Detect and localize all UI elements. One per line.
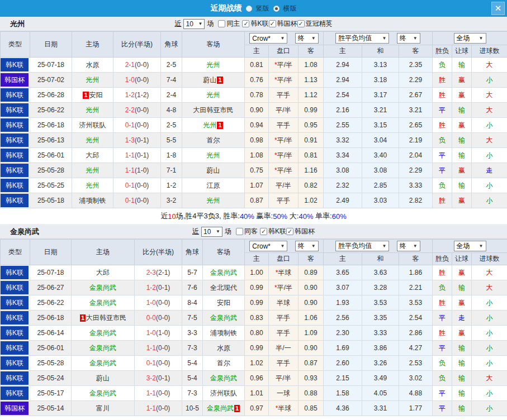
fulltime-score: 0-1 bbox=[125, 182, 135, 189]
avg-final-select[interactable]: 终▼ bbox=[397, 33, 420, 44]
summary-segment: 赢率: bbox=[254, 211, 273, 221]
away-team-cell: 金泉尚武 bbox=[203, 311, 245, 326]
chevron-down-icon: ▼ bbox=[479, 244, 484, 249]
team-label: 金泉尚武 bbox=[210, 314, 237, 322]
match-count-select[interactable]: 10 ▼ bbox=[183, 19, 205, 29]
column-header-score: 比分(半场) bbox=[135, 240, 182, 265]
red-badge: 1 bbox=[217, 122, 222, 129]
summary-segment: 60% bbox=[332, 212, 347, 221]
chevron-down-icon: ▼ bbox=[382, 36, 386, 41]
avg-draw-cell: 3.49 bbox=[362, 371, 399, 386]
same-side-label: 同客 bbox=[244, 227, 258, 236]
goals-result-cell: 小 bbox=[472, 311, 507, 326]
avg-away-cell: 2.54 bbox=[399, 311, 433, 326]
wdl-result-cell: 负 bbox=[433, 133, 452, 148]
team-name: 金泉尚武 bbox=[10, 227, 39, 237]
checkbox-icon[interactable] bbox=[242, 20, 249, 27]
same-side-checkbox[interactable]: 同主 bbox=[218, 19, 240, 28]
company-final-select[interactable]: 终▼ bbox=[295, 241, 319, 251]
goals-result-cell: 大 bbox=[472, 371, 507, 386]
away-team-cell: 光州 bbox=[182, 148, 245, 163]
league-checkbox[interactable]: 韩K联 bbox=[260, 227, 286, 236]
league-checkbox[interactable]: 亚冠精英 bbox=[297, 19, 333, 28]
radio-horizontal-label[interactable]: 横版 bbox=[283, 4, 297, 13]
avg-home-cell: 2.55 bbox=[324, 118, 362, 133]
result-label: 负 bbox=[439, 136, 446, 144]
subcol-odds-away: 客 bbox=[298, 45, 324, 58]
odds-away-cell: 0.89 bbox=[298, 265, 324, 280]
team-label: 全北现代 bbox=[210, 284, 237, 292]
near-link[interactable]: 近 bbox=[192, 227, 199, 236]
score-cell: 1-2(1-2) bbox=[113, 88, 161, 103]
radio-vertical-label[interactable]: 竖版 bbox=[256, 4, 269, 13]
match-row: 韩K联25-06-13光州1-3(0-1)5-5首尔0.98*平/半0.913.… bbox=[1, 133, 507, 148]
result-label: 小 bbox=[486, 182, 493, 189]
result-label: 胜 bbox=[439, 197, 446, 204]
matches-table-gwangju: 类型 日期 主场 比分(半场) 角球 客场 Crow*▼ 终▼ 胜平负均值▼ 终… bbox=[0, 31, 507, 208]
checkbox-icon[interactable] bbox=[286, 228, 293, 235]
goals-result-cell: 大 bbox=[472, 103, 507, 118]
checkbox-icon[interactable] bbox=[297, 20, 305, 27]
corner-cell: 7-3 bbox=[182, 341, 203, 356]
handicap-result-cell: 赢 bbox=[452, 265, 472, 280]
checkbox-icon[interactable] bbox=[236, 228, 243, 235]
avg-away-cell: 1.86 bbox=[399, 265, 433, 280]
near-link[interactable]: 近 bbox=[174, 19, 181, 28]
radio-vertical-layout[interactable] bbox=[246, 6, 252, 12]
column-header-date: 日期 bbox=[30, 32, 72, 58]
wdl-result-cell: 平 bbox=[433, 163, 452, 178]
league-checkbox[interactable]: 韩国杯 bbox=[269, 19, 297, 28]
same-side-label: 同主 bbox=[226, 19, 240, 28]
corner-cell: 10-5 bbox=[182, 401, 203, 416]
scope-select[interactable]: 全场▼ bbox=[454, 33, 486, 44]
handicap-cell: 平手 bbox=[269, 193, 298, 208]
league-checkbox[interactable]: 韩国杯 bbox=[286, 227, 315, 236]
handicap-result-cell: 输 bbox=[452, 401, 472, 416]
avg-away-cell: 3.33 bbox=[399, 178, 433, 193]
result-label: 小 bbox=[486, 314, 493, 322]
result-label: 赢 bbox=[458, 299, 465, 307]
subcol-wdl: 胜负 bbox=[433, 253, 452, 265]
odds-home-cell: 0.98 bbox=[245, 133, 269, 148]
checkbox-icon[interactable] bbox=[218, 20, 225, 27]
red-badge: 1 bbox=[217, 77, 222, 84]
column-header-score: 比分(半场) bbox=[113, 32, 161, 58]
wdl-result-cell: 胜 bbox=[433, 73, 452, 88]
team-label: 蔚山 bbox=[96, 374, 110, 382]
summary-segment: 40% bbox=[298, 212, 313, 221]
avg-home-cell: 2.94 bbox=[324, 58, 362, 73]
home-team-cell: 金泉尚武 bbox=[72, 386, 135, 401]
match-date: 25-06-22 bbox=[30, 295, 72, 311]
checkbox-icon[interactable] bbox=[260, 228, 267, 235]
scope-select[interactable]: 全场▼ bbox=[454, 241, 486, 251]
avg-away-cell: 2.53 bbox=[399, 356, 433, 371]
score-cell: 0-1(0-0) bbox=[113, 193, 161, 208]
halftime-score: (0-0) bbox=[135, 121, 149, 129]
avg-away-cell: 2.67 bbox=[399, 88, 433, 103]
team-label: 大田韩亚市民 bbox=[86, 314, 126, 322]
avg-select[interactable]: 胜平负均值▼ bbox=[335, 241, 389, 251]
avg-select[interactable]: 胜平负均值▼ bbox=[335, 33, 389, 44]
same-side-checkbox[interactable]: 同客 bbox=[236, 227, 258, 236]
avg-final-select[interactable]: 终▼ bbox=[397, 241, 420, 251]
company-select[interactable]: Crow*▼ bbox=[249, 33, 287, 44]
match-count-select[interactable]: 10 ▼ bbox=[201, 227, 222, 237]
handicap-cell: 平手 bbox=[269, 88, 298, 103]
avg-home-cell: 3.08 bbox=[324, 163, 362, 178]
avg-draw-cell: 3.17 bbox=[362, 88, 399, 103]
match-date: 25-06-01 bbox=[30, 148, 72, 163]
league-checkbox[interactable]: 韩K联 bbox=[242, 19, 268, 28]
result-label: 输 bbox=[458, 344, 465, 352]
company-final-select[interactable]: 终▼ bbox=[295, 33, 319, 44]
match-row: 韩K联25-06-281安阳1-2(1-2)2-4光州0.78平手1.122.5… bbox=[1, 88, 507, 103]
handicap-result-cell: 赢 bbox=[452, 118, 472, 133]
radio-horizontal-layout[interactable] bbox=[273, 6, 279, 12]
chevron-down-icon: ▼ bbox=[413, 244, 418, 249]
close-button[interactable]: ✕ bbox=[491, 2, 505, 15]
company-select[interactable]: Crow*▼ bbox=[249, 241, 287, 251]
summary-segment: 大: bbox=[287, 211, 298, 221]
home-team-cell: 金泉尚武 bbox=[72, 295, 135, 311]
goals-result-cell: 走 bbox=[472, 163, 507, 178]
checkbox-icon[interactable] bbox=[269, 20, 276, 27]
score-cell: 3-2(0-1) bbox=[135, 371, 182, 386]
